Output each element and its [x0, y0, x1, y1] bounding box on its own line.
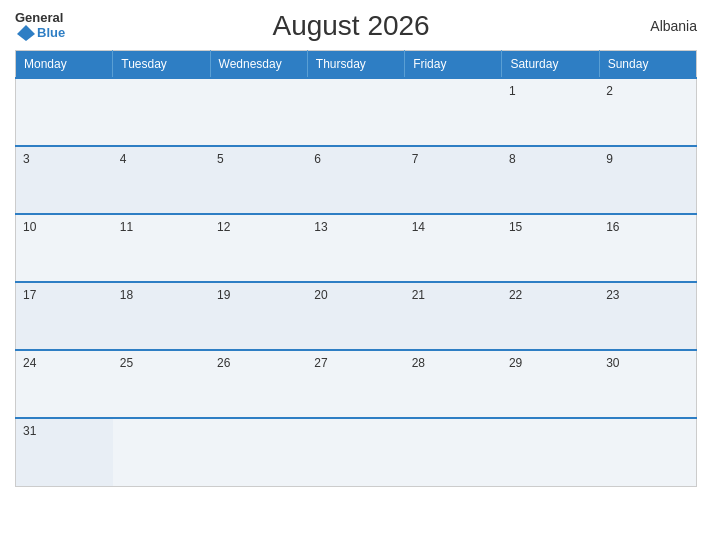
calendar-cell: 16 [599, 214, 696, 282]
calendar-cell: 24 [16, 350, 113, 418]
calendar-cell: 18 [113, 282, 210, 350]
day-number: 4 [120, 152, 127, 166]
calendar-cell: 2 [599, 78, 696, 146]
calendar-cell [307, 78, 404, 146]
calendar-cell: 1 [502, 78, 599, 146]
calendar-cell [599, 418, 696, 486]
calendar-cell: 7 [405, 146, 502, 214]
calendar-cell: 25 [113, 350, 210, 418]
day-number: 5 [217, 152, 224, 166]
calendar-cell [405, 78, 502, 146]
calendar-cell [113, 418, 210, 486]
day-number: 19 [217, 288, 230, 302]
logo-flag-icon [17, 24, 35, 42]
day-number: 28 [412, 356, 425, 370]
calendar-body: 1234567891011121314151617181920212223242… [16, 78, 697, 486]
calendar-cell [307, 418, 404, 486]
calendar-cell [210, 418, 307, 486]
calendar-cell: 19 [210, 282, 307, 350]
day-number: 12 [217, 220, 230, 234]
calendar-cell: 10 [16, 214, 113, 282]
calendar-cell: 13 [307, 214, 404, 282]
day-number: 16 [606, 220, 619, 234]
day-number: 18 [120, 288, 133, 302]
calendar-cell: 9 [599, 146, 696, 214]
calendar-cell: 31 [16, 418, 113, 486]
calendar-cell [16, 78, 113, 146]
logo-blue-text: Blue [37, 26, 65, 39]
col-tuesday: Tuesday [113, 51, 210, 79]
day-number: 31 [23, 424, 36, 438]
day-number: 24 [23, 356, 36, 370]
calendar-header-row: Monday Tuesday Wednesday Thursday Friday… [16, 51, 697, 79]
day-number: 1 [509, 84, 516, 98]
calendar-cell: 6 [307, 146, 404, 214]
col-monday: Monday [16, 51, 113, 79]
day-number: 2 [606, 84, 613, 98]
calendar-cell [210, 78, 307, 146]
col-thursday: Thursday [307, 51, 404, 79]
calendar-cell: 15 [502, 214, 599, 282]
day-number: 15 [509, 220, 522, 234]
day-number: 7 [412, 152, 419, 166]
col-sunday: Sunday [599, 51, 696, 79]
calendar-cell: 14 [405, 214, 502, 282]
day-number: 20 [314, 288, 327, 302]
col-saturday: Saturday [502, 51, 599, 79]
calendar-cell: 20 [307, 282, 404, 350]
calendar-cell [502, 418, 599, 486]
day-number: 27 [314, 356, 327, 370]
calendar-cell: 22 [502, 282, 599, 350]
calendar-cell: 26 [210, 350, 307, 418]
calendar-cell: 12 [210, 214, 307, 282]
calendar-cell: 8 [502, 146, 599, 214]
day-number: 22 [509, 288, 522, 302]
calendar-cell: 17 [16, 282, 113, 350]
calendar-cell: 30 [599, 350, 696, 418]
calendar-cell: 5 [210, 146, 307, 214]
calendar-cell: 21 [405, 282, 502, 350]
calendar-cell: 11 [113, 214, 210, 282]
col-friday: Friday [405, 51, 502, 79]
day-number: 10 [23, 220, 36, 234]
day-number: 3 [23, 152, 30, 166]
day-number: 6 [314, 152, 321, 166]
calendar-cell: 23 [599, 282, 696, 350]
day-number: 29 [509, 356, 522, 370]
day-number: 9 [606, 152, 613, 166]
day-number: 11 [120, 220, 133, 234]
month-title: August 2026 [65, 10, 637, 42]
day-number: 30 [606, 356, 619, 370]
day-number: 13 [314, 220, 327, 234]
col-wednesday: Wednesday [210, 51, 307, 79]
day-number: 14 [412, 220, 425, 234]
svg-marker-0 [17, 25, 35, 41]
day-number: 23 [606, 288, 619, 302]
calendar-cell: 27 [307, 350, 404, 418]
calendar-cell [113, 78, 210, 146]
day-number: 17 [23, 288, 36, 302]
day-number: 21 [412, 288, 425, 302]
calendar-page: General Blue August 2026 Albania Monday … [0, 0, 712, 550]
calendar-header: General Blue August 2026 Albania [15, 10, 697, 42]
calendar-cell: 4 [113, 146, 210, 214]
day-number: 8 [509, 152, 516, 166]
calendar-table: Monday Tuesday Wednesday Thursday Friday… [15, 50, 697, 487]
calendar-cell: 3 [16, 146, 113, 214]
day-number: 25 [120, 356, 133, 370]
logo-general-text: General [15, 11, 65, 24]
logo: General Blue [15, 11, 65, 42]
calendar-cell [405, 418, 502, 486]
country-name: Albania [637, 18, 697, 34]
calendar-cell: 28 [405, 350, 502, 418]
day-number: 26 [217, 356, 230, 370]
calendar-cell: 29 [502, 350, 599, 418]
